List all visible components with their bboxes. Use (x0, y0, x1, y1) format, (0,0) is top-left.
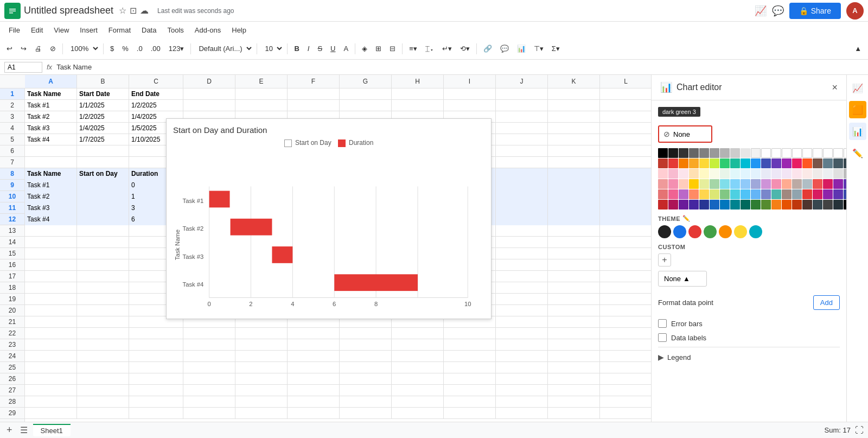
menu-file[interactable]: File (4, 24, 24, 36)
doc-title[interactable]: Untitled spreadsheet (24, 5, 113, 16)
cell-r23-c1[interactable] (77, 339, 129, 351)
row-num-25[interactable]: 25 (0, 362, 24, 373)
col-header-D[interactable]: D (183, 75, 235, 88)
row-num-15[interactable]: 15 (0, 248, 24, 259)
color-swatch-1-0[interactable] (658, 158, 668, 168)
format123-button[interactable]: 123▾ (165, 42, 188, 55)
cell-r1-c11[interactable] (600, 88, 651, 100)
cell-r28-c0[interactable] (25, 396, 77, 408)
cell-r27-c8[interactable] (444, 385, 496, 396)
cell-r9-c10[interactable] (548, 180, 600, 191)
underline-button[interactable]: U (327, 42, 339, 55)
cell-r17-c11[interactable] (600, 271, 651, 282)
menu-tools[interactable]: Tools (163, 24, 188, 36)
cell-r1-c6[interactable] (340, 88, 392, 100)
cell-r14-c1[interactable] (77, 237, 129, 248)
cell-r27-c0[interactable] (25, 385, 77, 396)
cell-reference-input[interactable] (4, 62, 42, 73)
panel-close-button[interactable]: × (832, 82, 838, 93)
color-swatch-2-6[interactable] (720, 169, 730, 179)
cell-r3-c11[interactable] (600, 111, 651, 123)
cell-r10-c9[interactable] (496, 191, 548, 202)
color-swatch-0-6[interactable] (720, 148, 730, 158)
cell-r8-c0[interactable]: Task Name (25, 168, 77, 180)
cell-r18-c0[interactable] (25, 282, 77, 294)
cell-r26-c1[interactable] (77, 373, 129, 385)
align-v-button[interactable]: ⌶▾ (422, 42, 437, 55)
filter-button[interactable]: ⊤▾ (531, 42, 547, 55)
color-swatch-5-11[interactable] (771, 200, 781, 210)
cell-r29-c8[interactable] (444, 408, 496, 419)
cell-r18-c11[interactable] (600, 282, 651, 294)
cell-r20-c10[interactable] (548, 305, 600, 316)
font-size-select[interactable]: 10 (260, 43, 284, 54)
cell-r24-c0[interactable] (25, 351, 77, 362)
cell-r5-c10[interactable] (548, 134, 600, 145)
color-swatch-1-11[interactable] (771, 158, 781, 168)
color-swatch-0-8[interactable] (741, 148, 750, 158)
color-swatch-2-3[interactable] (689, 169, 699, 179)
color-swatch-2-12[interactable] (782, 169, 792, 179)
cell-r29-c7[interactable] (392, 408, 444, 419)
decimal00-button[interactable]: .00 (148, 42, 164, 55)
cell-r27-c10[interactable] (548, 385, 600, 396)
cell-r27-c7[interactable] (392, 385, 444, 396)
row-num-3[interactable]: 3 (0, 111, 24, 123)
color-swatch-3-7[interactable] (730, 179, 740, 189)
theme-edit-icon[interactable]: ✏️ (682, 215, 691, 222)
insert-chart-button[interactable]: 📊 (514, 42, 529, 55)
cell-r27-c4[interactable] (235, 385, 288, 396)
cell-r25-c9[interactable] (496, 362, 548, 373)
col-header-A[interactable]: A (25, 75, 77, 88)
cell-r28-c9[interactable] (496, 396, 548, 408)
color-swatch-2-5[interactable] (710, 169, 719, 179)
cell-r27-c9[interactable] (496, 385, 548, 396)
cell-r2-c9[interactable] (496, 100, 548, 111)
cell-r12-c1[interactable] (77, 214, 129, 225)
color-swatch-5-4[interactable] (699, 200, 709, 210)
color-swatch-0-17[interactable] (833, 148, 843, 158)
chart-active-icon[interactable]: 📊 (849, 123, 866, 140)
cell-r2-c4[interactable] (235, 100, 288, 111)
color-swatch-2-11[interactable] (771, 169, 781, 179)
cell-r1-c9[interactable] (496, 88, 548, 100)
color-swatch-1-8[interactable] (741, 158, 750, 168)
row-num-2[interactable]: 2 (0, 100, 24, 111)
col-header-J[interactable]: J (496, 75, 548, 88)
cell-r14-c9[interactable] (496, 237, 548, 248)
color-swatch-4-10[interactable] (761, 189, 771, 199)
chart-container[interactable]: Start on Day and Duration Start on Day D… (166, 118, 492, 319)
cell-r28-c2[interactable] (129, 396, 183, 408)
color-swatch-3-15[interactable] (813, 179, 822, 189)
color-swatch-2-2[interactable] (679, 169, 688, 179)
cell-r20-c11[interactable] (600, 305, 651, 316)
color-swatch-5-16[interactable] (823, 200, 833, 210)
color-swatch-3-3[interactable] (689, 179, 699, 189)
color-swatch-2-14[interactable] (802, 169, 812, 179)
cell-r4-c11[interactable] (600, 123, 651, 134)
cell-r13-c11[interactable] (600, 225, 651, 237)
sheet-tab-sheet1[interactable]: Sheet1 (33, 424, 71, 436)
col-header-E[interactable]: E (235, 75, 288, 88)
row-num-26[interactable]: 26 (0, 373, 24, 385)
color-swatch-0-15[interactable] (813, 148, 822, 158)
cell-r23-c8[interactable] (444, 339, 496, 351)
cell-r1-c2[interactable]: End Date (129, 88, 183, 100)
cell-r10-c1[interactable] (77, 191, 129, 202)
cell-r22-c11[interactable] (600, 328, 651, 339)
color-swatch-4-6[interactable] (720, 189, 730, 199)
cell-r2-c6[interactable] (340, 100, 392, 111)
cell-r5-c11[interactable] (600, 134, 651, 145)
cell-r12-c0[interactable]: Task #4 (25, 214, 77, 225)
cell-r21-c11[interactable] (600, 316, 651, 328)
color-swatch-3-2[interactable] (679, 179, 688, 189)
color-swatch-1-4[interactable] (699, 158, 709, 168)
row-num-19[interactable]: 19 (0, 294, 24, 305)
cell-r24-c5[interactable] (288, 351, 340, 362)
col-header-C[interactable]: C (129, 75, 183, 88)
color-swatch-4-0[interactable] (658, 189, 668, 199)
cell-r24-c9[interactable] (496, 351, 548, 362)
cell-r18-c9[interactable] (496, 282, 548, 294)
color-swatch-5-0[interactable] (658, 200, 668, 210)
app-icon[interactable] (4, 3, 21, 19)
